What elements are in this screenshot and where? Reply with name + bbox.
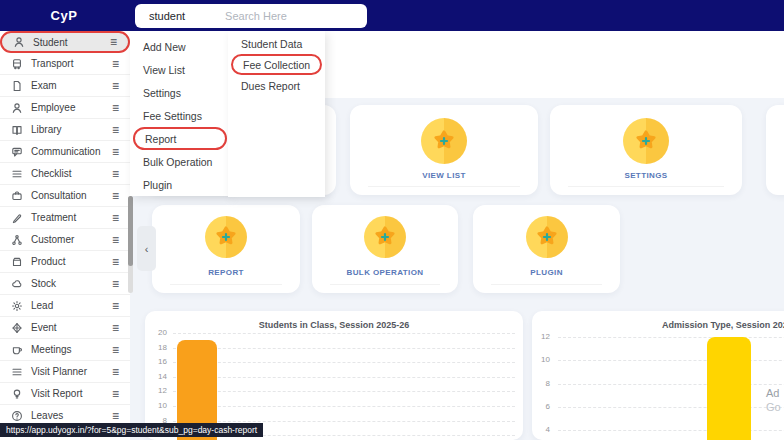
briefcase-icon [11, 190, 23, 202]
gridline [173, 333, 515, 334]
hamburger-icon[interactable]: ≡ [112, 343, 119, 357]
sidebar-item-transport[interactable]: Transport≡ [0, 53, 130, 75]
app-logo[interactable]: CyP [38, 0, 90, 31]
search-bar[interactable]: student Search Here [135, 4, 367, 28]
sidebar-scrollbar[interactable] [128, 196, 133, 293]
y-axis-tick-label: 8 [532, 379, 550, 389]
sidebar-item-label: Event [31, 322, 57, 333]
sidebar-item-customer[interactable]: Customer≡ [0, 229, 130, 251]
card-settings[interactable]: SETTINGS [550, 105, 742, 195]
menu-item-bulk-operation[interactable]: Bulk Operation [133, 150, 227, 173]
menu-item-report[interactable]: Report [133, 127, 227, 150]
sidebar-item-label: Stock [31, 278, 56, 289]
card-partial[interactable] [766, 105, 784, 195]
hamburger-icon[interactable]: ≡ [112, 233, 119, 247]
submenu-item-fee-collection[interactable]: Fee Collection [231, 54, 322, 75]
student-submenu: Add NewView ListSettingsFee SettingsRepo… [130, 31, 230, 196]
gridline [173, 362, 515, 363]
hamburger-icon[interactable]: ≡ [112, 299, 119, 313]
lines-icon [11, 168, 23, 180]
sidebar-item-meetings[interactable]: Meetings≡ [0, 339, 130, 361]
menu-item-plugin[interactable]: Plugin [133, 173, 227, 196]
bus-icon [11, 58, 23, 70]
sidebar-item-employee[interactable]: Employee≡ [0, 97, 130, 119]
students-in-class-chart: Students in Class, Session 2025-26 20181… [145, 311, 523, 440]
clipped-edge-line1: Ad [766, 386, 781, 400]
menu-item-settings[interactable]: Settings [133, 81, 227, 104]
sidebar-item-stock[interactable]: Stock≡ [0, 273, 130, 295]
menu-item-add-new[interactable]: Add New [133, 35, 227, 58]
sidebar-item-visit-planner[interactable]: Visit Planner≡ [0, 361, 130, 383]
y-axis-tick-label: 6 [532, 402, 550, 412]
sidebar-item-communication[interactable]: Communication≡ [0, 141, 130, 163]
hamburger-icon[interactable]: ≡ [110, 35, 117, 49]
sidebar-item-label: Leaves [31, 410, 63, 421]
hamburger-icon[interactable]: ≡ [112, 321, 119, 335]
card-report[interactable]: REPORT [152, 205, 300, 293]
hamburger-icon[interactable]: ≡ [112, 211, 119, 225]
lines-icon [11, 366, 23, 378]
sidebar-item-lead[interactable]: Lead≡ [0, 295, 130, 317]
topbar: CyP [0, 0, 784, 31]
search-input[interactable]: Search Here [225, 10, 287, 22]
submenu-item-student-data[interactable]: Student Data [231, 33, 322, 54]
status-bar-url: https://app.udyogx.in/?for=5&pg=student&… [6, 425, 257, 435]
sidebar-item-label: Consultation [31, 190, 87, 201]
search-module-value[interactable]: student [149, 10, 185, 22]
user-icon [11, 102, 23, 114]
sidebar-item-label: Treatment [31, 212, 76, 223]
app-window: CyP student Search Here Student≡Transpor… [0, 0, 784, 440]
hamburger-icon[interactable]: ≡ [112, 123, 119, 137]
sidebar-item-product[interactable]: Product≡ [0, 251, 130, 273]
y-axis-tick-label: 10 [147, 401, 167, 411]
admission-type-chart: Admission Type, Session 2025-26 1210864 [532, 311, 784, 440]
card-bulk-operation[interactable]: BULK OPERATION [312, 205, 458, 293]
hamburger-icon[interactable]: ≡ [112, 277, 119, 291]
sun-icon [11, 300, 23, 312]
hamburger-icon[interactable]: ≡ [112, 167, 119, 181]
sidebar-item-label: Library [31, 124, 62, 135]
chat-icon [11, 146, 23, 158]
sidebar-item-label: Communication [31, 146, 100, 157]
hamburger-icon[interactable]: ≡ [112, 255, 119, 269]
submenu-item-dues-report[interactable]: Dues Report [231, 75, 322, 96]
card-view-list[interactable]: VIEW LIST [350, 105, 538, 195]
y-axis-tick-label: 10 [532, 355, 550, 365]
sidebar-collapse-button[interactable]: ‹ [137, 226, 156, 271]
hamburger-icon[interactable]: ≡ [112, 79, 119, 93]
sidebar: Student≡Transport≡Exam≡Employee≡Library≡… [0, 31, 130, 440]
y-axis-tick-label: 18 [147, 343, 167, 353]
sidebar-scrollbar-thumb[interactable] [128, 196, 133, 266]
clipped-edge-line2: Go [766, 400, 781, 414]
menu-item-fee-settings[interactable]: Fee Settings [133, 104, 227, 127]
status-bar: https://app.udyogx.in/?for=5&pg=student&… [0, 423, 263, 437]
hamburger-icon[interactable]: ≡ [112, 387, 119, 401]
sidebar-item-event[interactable]: Event≡ [0, 317, 130, 339]
hamburger-icon[interactable]: ≡ [112, 189, 119, 203]
hamburger-icon[interactable]: ≡ [112, 145, 119, 159]
sidebar-item-label: Product [31, 256, 65, 267]
card-label: BULK OPERATION [312, 268, 458, 277]
star-plus-icon [364, 216, 406, 258]
y-axis-tick-label: 14 [147, 372, 167, 382]
sidebar-item-visit-report[interactable]: Visit Report≡ [0, 383, 130, 405]
chart-bar[interactable] [707, 337, 751, 440]
sidebar-item-library[interactable]: Library≡ [0, 119, 130, 141]
hamburger-icon[interactable]: ≡ [112, 101, 119, 115]
sidebar-item-consultation[interactable]: Consultation≡ [0, 185, 130, 207]
sidebar-item-exam[interactable]: Exam≡ [0, 75, 130, 97]
sidebar-item-treatment[interactable]: Treatment≡ [0, 207, 130, 229]
card-plugin[interactable]: PLUGIN [473, 205, 620, 293]
menu-item-view-list[interactable]: View List [133, 58, 227, 81]
hamburger-icon[interactable]: ≡ [112, 57, 119, 71]
sidebar-item-checklist[interactable]: Checklist≡ [0, 163, 130, 185]
y-axis-tick-label: 16 [147, 357, 167, 367]
chart-plot-area: 20181614121086 [145, 311, 523, 440]
pencil-icon [11, 212, 23, 224]
y-axis-tick-label: 4 [532, 425, 550, 435]
y-axis-tick-label: 12 [532, 332, 550, 342]
hamburger-icon[interactable]: ≡ [112, 409, 119, 423]
book-icon [11, 124, 23, 136]
sidebar-item-student[interactable]: Student≡ [0, 31, 130, 53]
hamburger-icon[interactable]: ≡ [112, 365, 119, 379]
